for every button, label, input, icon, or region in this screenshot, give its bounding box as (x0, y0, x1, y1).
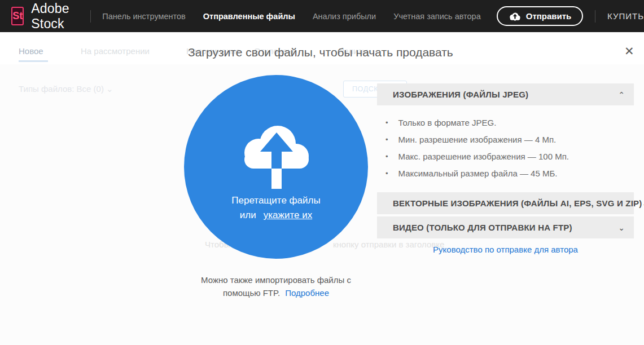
ftp-note-line1: Можно также импортировать файлы с (184, 273, 368, 286)
file-requirements-panel: ИЗОБРАЖЕНИЯ (ФАЙЛЫ JPEG)⌃•Только в форма… (377, 83, 634, 254)
requirement-item: •Максимальный размер файла — 45 МБ. (377, 165, 634, 182)
accordion-header[interactable]: ВИДЕО (ТОЛЬКО ДЛЯ ОТПРАВКИ НА FTP)⌄ (377, 216, 634, 238)
chevron-up-icon: ⌃ (618, 90, 625, 99)
buy-link[interactable]: КУПИТЬ (607, 11, 644, 21)
cloud-upload-icon (237, 117, 316, 191)
ftp-note-line2: помощью FTP. (223, 288, 280, 298)
bullet-icon: • (385, 114, 388, 131)
upload-button-label: Отправить (526, 11, 572, 21)
bullet-icon: • (385, 148, 388, 165)
adobe-stock-logo-icon: St (11, 7, 24, 25)
active-tab-underline (19, 60, 48, 62)
file-type-filter-label: Типы файлов: Все (0) (19, 84, 104, 94)
main-area: НовоеНа рассмотренииНапоминаниеОтклонено… (0, 32, 644, 345)
requirement-item: •Только в формате JPEG. (377, 114, 634, 131)
dropzone-line1: Перетащите файлы (184, 193, 368, 208)
header-nav: Панель инструментовОтправленные файлыАна… (102, 12, 480, 21)
requirement-text: Макс. разрешение изображения — 100 Мп. (398, 148, 569, 165)
close-icon[interactable]: ✕ (624, 45, 634, 58)
upload-cloud-icon (509, 11, 521, 21)
top-header: St Adobe Stock Панель инструментовОтправ… (0, 0, 644, 32)
accordion-title: ВЕКТОРНЫЕ ИЗОБРАЖЕНИЯ (ФАЙЛЫ AI, EPS, SV… (393, 198, 642, 208)
header-divider (595, 10, 595, 23)
contributor-guide-link[interactable]: Руководство по отправке для автора (377, 245, 634, 254)
learn-more-link[interactable]: Подробнее (285, 288, 329, 298)
requirement-item: •Макс. разрешение изображения — 100 Мп. (377, 148, 634, 165)
requirement-text: Максимальный размер файла — 45 МБ. (398, 165, 558, 182)
background-tab[interactable]: Новое (19, 46, 43, 56)
chevron-down-icon: ⌄ (618, 223, 625, 232)
accordion-title: ИЗОБРАЖЕНИЯ (ФАЙЛЫ JPEG) (393, 90, 528, 99)
header-divider (90, 10, 91, 23)
nav-item[interactable]: Отправленные файлы (203, 12, 295, 21)
nav-item[interactable]: Учетная запись автора (393, 12, 481, 21)
accordion-body: •Только в формате JPEG.•Мин. разрешение … (377, 108, 634, 190)
requirement-item: •Мин. разрешение изображения — 4 Мп. (377, 131, 634, 148)
file-type-filter[interactable]: Типы файлов: Все (0) ⌄ (19, 84, 113, 94)
nav-item[interactable]: Анализ прибыли (313, 12, 376, 21)
bullet-icon: • (385, 165, 388, 182)
upload-button[interactable]: Отправить (497, 6, 584, 26)
ftp-note: Можно также импортировать файлы с помощь… (184, 273, 368, 299)
bullet-icon: • (385, 131, 388, 148)
brand-title: Adobe Stock (31, 1, 78, 32)
accordion: ИЗОБРАЖЕНИЯ (ФАЙЛЫ JPEG)⌃•Только в форма… (377, 83, 634, 238)
accordion-header[interactable]: ВЕКТОРНЫЕ ИЗОБРАЖЕНИЯ (ФАЙЛЫ AI, EPS, SV… (377, 192, 634, 214)
upload-dropzone[interactable]: Перетащите файлы илиукажите их (184, 75, 368, 259)
accordion-title: ВИДЕО (ТОЛЬКО ДЛЯ ОТПРАВКИ НА FTP) (393, 223, 572, 232)
accordion-header[interactable]: ИЗОБРАЖЕНИЯ (ФАЙЛЫ JPEG)⌃ (377, 83, 634, 105)
nav-item[interactable]: Панель инструментов (102, 12, 185, 21)
requirement-text: Только в формате JPEG. (398, 114, 497, 131)
overlay-title: Загрузите свои файлы, чтобы начать прода… (188, 46, 453, 59)
chevron-down-icon: ⌄ (642, 199, 644, 208)
dropzone-text: Перетащите файлы илиукажите их (184, 193, 368, 223)
requirement-text: Мин. разрешение изображения — 4 Мп. (398, 131, 557, 148)
browse-files-link[interactable]: укажите их (264, 210, 312, 220)
dropzone-line2-prefix: или (240, 210, 256, 220)
background-tab[interactable]: На рассмотрении (81, 46, 150, 56)
filter-caret-icon: ⌄ (106, 84, 113, 94)
